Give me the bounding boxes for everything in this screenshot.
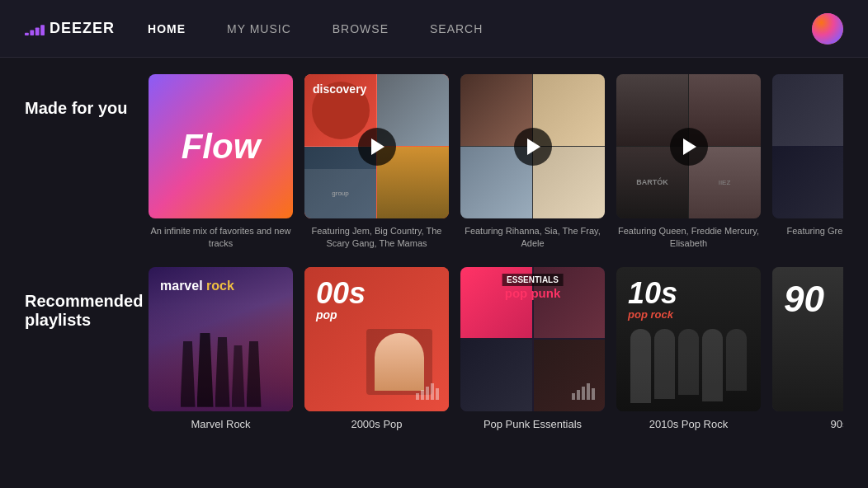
svg-rect-8 (436, 388, 439, 400)
90s-image: 90 (772, 267, 843, 411)
svg-rect-1 (30, 30, 34, 35)
logo[interactable]: DEEZER (25, 20, 115, 37)
deezer-logo-icon (25, 21, 45, 37)
svg-rect-11 (582, 387, 585, 400)
pop10s-title: 10s pop rock (628, 279, 677, 321)
flow-card-image: Flow (149, 74, 293, 218)
made-for-you-cards: Flow An infinite mix of favorites and ne… (149, 74, 843, 251)
marvel-rock-card[interactable]: marvel rock (149, 267, 293, 430)
rihanna-play-button[interactable] (514, 128, 552, 166)
marvel-rock-image: marvel rock (149, 267, 293, 411)
gre-q1 (772, 74, 843, 146)
flow-card[interactable]: Flow An infinite mix of favorites and ne… (149, 74, 293, 251)
play-icon (683, 138, 696, 155)
pop-punk-label: Pop Punk Essentials (484, 418, 582, 430)
pop10s-line1: 10s (628, 279, 677, 308)
2000s-pop-card[interactable]: 00s pop 2000s Pop (304, 267, 449, 430)
queen-mix-card[interactable]: BARTÓK IIEZ Featuring Queen, Freddie Mer… (616, 74, 761, 251)
discovery-card-image: discovery group (304, 74, 449, 218)
svg-rect-6 (426, 387, 429, 400)
pop00s-bars-icon (416, 383, 441, 403)
marvel-title: marvel rock (160, 279, 234, 293)
gre-q3 (772, 147, 843, 218)
discovery-card[interactable]: discovery group (304, 74, 449, 251)
user-avatar[interactable] (812, 13, 843, 45)
pop-punk-image: ESSENTIALS pop punk (460, 267, 605, 411)
90s-number: 90 (784, 279, 824, 320)
svg-rect-3 (40, 25, 45, 35)
2010s-pop-rock-label: 2010s Pop Rock (649, 418, 728, 430)
queen-play-button[interactable] (670, 128, 708, 166)
rihanna-mix-image (460, 74, 605, 218)
pop10s-line2: pop rock (628, 308, 677, 321)
poppunk-title-text: pop punk (502, 286, 564, 300)
flow-title: Flow (182, 127, 261, 167)
pop00s-line2: pop (316, 308, 366, 321)
discovery-caption: Featuring Jem, Big Country, The Scary Ga… (304, 225, 449, 251)
recommended-section: Recommended playlists marvel rock (25, 267, 843, 430)
svg-rect-7 (431, 383, 434, 400)
queen-mix-image: BARTÓK IIEZ (616, 74, 761, 218)
play-icon (527, 138, 540, 155)
poppunk-bars-icon (572, 383, 597, 403)
people-row (630, 329, 747, 411)
recommended-label: Recommended playlists (25, 267, 149, 330)
svg-rect-13 (592, 388, 595, 400)
made-for-you-label: Made for you (25, 74, 149, 118)
discovery-label: discovery (313, 82, 366, 96)
svg-rect-0 (25, 32, 29, 35)
play-icon (371, 138, 384, 155)
svg-rect-5 (421, 390, 424, 400)
svg-rect-4 (416, 393, 419, 400)
svg-rect-2 (35, 27, 40, 35)
gre-mix-image (772, 74, 843, 218)
90s-label: 90s R (831, 418, 843, 430)
marvel-figures (149, 304, 293, 411)
svg-rect-10 (577, 390, 580, 400)
nav-home[interactable]: HOME (148, 22, 186, 35)
avatar-image (812, 13, 843, 45)
main-content: Made for you Flow An infinite mix of fav… (0, 58, 868, 463)
pop00s-title: 00s pop (316, 279, 366, 321)
navigation: DEEZER HOME MY MUSIC BROWSE SEARCH (0, 0, 868, 58)
nav-browse[interactable]: BROWSE (333, 22, 389, 35)
marvel-rock-label: Marvel Rock (191, 418, 250, 430)
queen-caption: Featuring Queen, Freddie Mercury, Elisab… (616, 225, 761, 251)
poppunk-labels: ESSENTIALS pop punk (502, 274, 564, 300)
poppunk-essentials-text: ESSENTIALS (502, 274, 564, 286)
figures-group (181, 333, 262, 407)
90s-card[interactable]: 90 90s R (772, 267, 843, 430)
discovery-play-button[interactable] (358, 128, 396, 166)
logo-text: DEEZER (50, 20, 115, 37)
2010s-pop-rock-image: 10s pop rock (616, 267, 761, 411)
2010s-pop-rock-card[interactable]: 10s pop rock 2010s Pop Rock (616, 267, 761, 430)
pop00s-line1: 00s (316, 279, 366, 308)
nav-my-music[interactable]: MY MUSIC (227, 22, 291, 35)
gre-caption: Featuring Gre Chemical Ron (786, 225, 843, 237)
rihanna-mix-card[interactable]: Featuring Rihanna, Sia, The Fray, Adele (460, 74, 605, 251)
recommended-cards: marvel rock (149, 267, 843, 430)
marvel-word1: marvel (160, 279, 203, 293)
section-header-mfy: Made for you Flow An infinite mix of fav… (25, 74, 843, 251)
svg-rect-12 (587, 383, 590, 400)
2000s-pop-image: 00s pop (304, 267, 449, 411)
pop-punk-card[interactable]: ESSENTIALS pop punk Pop Punk Essentials (460, 267, 605, 430)
rihanna-caption: Featuring Rihanna, Sia, The Fray, Adele (460, 225, 605, 251)
marvel-word2: rock (206, 279, 234, 293)
nav-search[interactable]: SEARCH (430, 22, 483, 35)
made-for-you-section: Made for you Flow An infinite mix of fav… (25, 74, 843, 251)
2000s-pop-label: 2000s Pop (351, 418, 402, 430)
gre-mix-card[interactable]: Featuring Gre Chemical Ron (772, 74, 843, 251)
svg-rect-9 (572, 393, 575, 400)
flow-card-caption: An infinite mix of favorites and new tra… (149, 225, 293, 251)
section-header-rec: Recommended playlists marvel rock (25, 267, 843, 430)
nav-links: HOME MY MUSIC BROWSE SEARCH (148, 22, 812, 35)
